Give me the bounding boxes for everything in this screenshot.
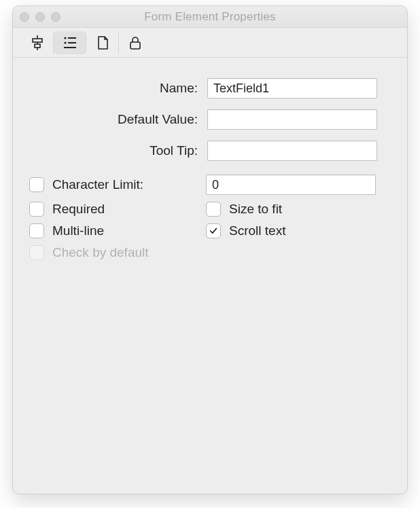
default-value-label: Default Value: [29,112,207,127]
size-to-fit-label: Size to fit [229,202,282,217]
checkmark-icon [209,226,218,236]
character-limit-label: Character Limit: [52,177,143,192]
character-limit-checkbox[interactable] [29,177,44,192]
required-checkbox[interactable] [29,202,44,217]
properties-window: Form Element Properties [12,5,408,494]
list-settings-icon [62,35,78,51]
default-value-input[interactable] [207,109,377,130]
check-by-default-label: Check by default [52,245,149,260]
svg-rect-10 [130,42,140,49]
multi-line-checkbox[interactable] [29,223,44,238]
tab-page-settings[interactable] [86,31,119,54]
content-area: Name: Default Value: Tool Tip: Character… [13,58,407,275]
tab-field-settings[interactable] [54,31,86,54]
window-title: Form Element Properties [144,10,276,24]
tooltip-label: Tool Tip: [29,143,207,158]
titlebar: Form Element Properties [13,6,407,28]
tab-align[interactable] [21,31,54,54]
zoom-button[interactable] [51,12,60,22]
tooltip-input[interactable] [207,141,377,161]
svg-point-7 [64,41,66,43]
name-input[interactable] [207,78,377,98]
minimize-button[interactable] [35,12,45,22]
svg-rect-1 [33,39,42,42]
scroll-text-checkbox[interactable] [206,223,221,238]
tab-lock[interactable] [119,31,152,54]
name-label: Name: [29,81,207,96]
svg-point-5 [64,37,66,39]
close-button[interactable] [20,12,29,22]
toolbar-tabs [21,31,152,54]
required-label: Required [52,202,105,217]
window-controls [20,12,60,22]
toolbar [13,28,407,58]
page-icon [94,35,111,51]
check-by-default-checkbox [29,245,44,260]
size-to-fit-checkbox[interactable] [206,202,221,217]
character-limit-input[interactable] [206,175,376,195]
svg-rect-3 [35,44,40,48]
scroll-text-label: Scroll text [229,223,285,238]
multi-line-label: Multi-line [52,223,104,238]
align-icon [29,35,46,51]
lock-icon [127,35,143,51]
